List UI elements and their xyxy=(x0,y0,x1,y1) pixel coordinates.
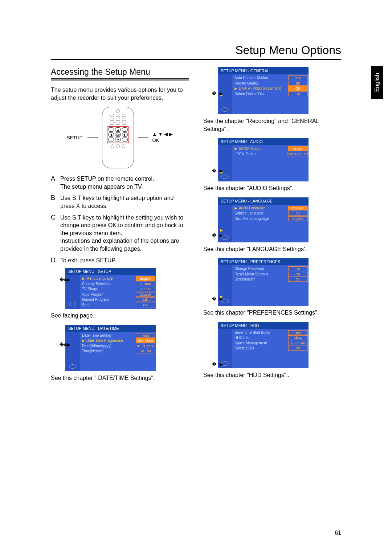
right-column: SETUP MENU - GENERAL �ılı▶ ▶ Auto Chapte… xyxy=(203,67,341,387)
pointer-icon: �ılı▶ xyxy=(212,91,223,96)
menu-row-value: Off xyxy=(288,211,308,216)
select-arrow-icon: ▶ xyxy=(234,86,237,90)
menu-row: LPCM OutputLPCM 96Hz xyxy=(234,152,308,156)
menu-row-value: OK xyxy=(288,272,308,276)
disc-icon xyxy=(69,302,76,306)
pointer-icon: �ılı▶ xyxy=(212,168,223,173)
pointer-icon: �ılı▶ xyxy=(60,277,70,282)
menu-row-label: Screensaver xyxy=(234,277,288,281)
caption: See this chapter "PREFERENCES Settings". xyxy=(203,309,341,317)
menu-row-value: Edit xyxy=(136,297,155,302)
menu-row-label: Delete Optical Disc xyxy=(234,92,288,96)
remote-control-icon: ▲ ◀OK▶ ▼ xyxy=(102,107,134,168)
menu-row-label: Space Management xyxy=(234,341,288,345)
menu-row-value: OK xyxy=(288,86,308,91)
pointer-icon: �ılı▶ xyxy=(212,296,223,302)
section-heading: Accessing the Setup Menu xyxy=(51,67,189,77)
menu-row: Auto Chapter Marker5min. xyxy=(234,75,308,80)
menu-row-label: LPCM Output xyxy=(234,152,287,156)
menu-row-value: SP xyxy=(288,81,308,86)
crop-mark xyxy=(30,435,30,443)
menu-row-value: 001 Ch00 xyxy=(136,338,155,343)
select-arrow-icon: ▶ xyxy=(82,276,85,280)
instruction-step: BUse S T keys to highlight a setup optio… xyxy=(51,194,189,210)
step-letter: C xyxy=(51,214,60,253)
menu-row: Delete HDDOK xyxy=(234,346,308,351)
step-letter: A xyxy=(51,175,60,191)
menu-row-label: Reset Menu Settings xyxy=(234,272,288,276)
heading-rule xyxy=(51,78,189,81)
menu-row: TV Shape4:3 LB xyxy=(82,287,155,291)
instruction-step: CUse S T keys to highlight the setting y… xyxy=(51,214,189,253)
menu-row: Date(dd/mm/yyyy)01 01 2006 xyxy=(82,344,155,348)
crop-mark xyxy=(22,22,29,22)
callout-line xyxy=(87,138,98,138)
step-letter: D xyxy=(51,257,60,265)
step-text: Use S T keys to highlight a setup option… xyxy=(60,194,189,210)
menu-row: ▶DivX(R) Video on DemandOK xyxy=(234,86,308,91)
menu-row: Time(hh:mm)10 : 33 xyxy=(82,349,155,353)
menu-row-label: SPDIF Output xyxy=(239,147,288,151)
menu-row-value: Austria xyxy=(136,282,155,286)
menu-row: Country SelectionAustria xyxy=(82,282,155,286)
menu-row-label: Auto Program xyxy=(82,292,136,296)
menu-row: Auto ProgramSearch xyxy=(82,292,155,297)
menu-row: SortOK xyxy=(82,303,155,307)
menu-row: Disc Menu LanguageEnglish xyxy=(234,216,308,221)
disc-icon xyxy=(221,107,229,112)
menu-row: Space ManagementAutomatic xyxy=(234,341,308,345)
menu-setup: SETUP MENU - SETUP �ılı▶ ▶Menu LanguageE… xyxy=(65,268,156,309)
pointer-icon: �ılı▶ xyxy=(212,362,223,367)
menu-title: SETUP MENU - AUDIO xyxy=(218,138,309,145)
menu-row-label: Date-Time Programme xyxy=(86,339,136,343)
menu-row-value: OK xyxy=(288,91,308,96)
menu-row-label: Change Password xyxy=(234,267,288,271)
menu-title: SETUP MENU - SETUP xyxy=(65,268,156,275)
menu-preferences: SETUP MENU - PREFERENCES �ılı▶ ▶ Change … xyxy=(218,258,309,306)
menu-row: Manual ProgramEdit xyxy=(82,297,155,302)
remote-setup-label: SETUP xyxy=(67,135,82,140)
menu-row: Change PasswordOK xyxy=(234,266,308,271)
caption: See this chapter "HDD Settings".. xyxy=(203,371,341,379)
menu-row-value: OK xyxy=(288,266,308,271)
menu-row-value: OK xyxy=(288,346,308,351)
menu-row-value: LPCM 96Hz xyxy=(287,152,308,156)
step-text: Press SETUP on the remote control. The s… xyxy=(60,175,154,191)
menu-row-label: Auto Chapter Marker xyxy=(234,76,288,80)
arrow-icon: ▶ xyxy=(218,228,232,233)
crop-mark xyxy=(30,15,30,22)
menu-row: ▶Menu LanguageEnglish xyxy=(82,276,155,281)
menu-row-value: English xyxy=(288,216,308,221)
disc-icon xyxy=(221,175,229,179)
menu-row-value: OK xyxy=(136,303,155,307)
menu-row-value: Auto xyxy=(136,333,155,338)
menu-row-label: Date(dd/mm/yyyy) xyxy=(82,344,136,348)
page-title: Setup Menu Options xyxy=(51,44,341,60)
caption: See this chapter " DATE/TIME Settings". xyxy=(51,374,189,382)
step-text: Use S T keys to highlight the setting yo… xyxy=(60,214,189,253)
instruction-step: DTo exit, press SETUP. xyxy=(51,257,189,265)
menu-row-label: HDD Info xyxy=(234,336,288,340)
select-arrow-icon: ▶ xyxy=(234,147,237,151)
menu-row: Subtitle LanguageOff xyxy=(234,211,308,216)
caption: See facing page. xyxy=(51,312,189,320)
menu-row: HDD InfoShow xyxy=(234,335,308,340)
menu-row: ▶Date-Time Programme001 Ch00 xyxy=(82,338,155,343)
menu-row: Reset Menu SettingsOK xyxy=(234,272,308,276)
menu-title: SETUP MENU - GENERAL xyxy=(218,67,309,74)
menu-language: SETUP MENU - LANGUAGE �ılı▶ ▶ ▶Audio Lan… xyxy=(218,197,309,242)
menu-row-value: Search xyxy=(136,292,155,297)
menu-row-label: Menu Language xyxy=(86,276,136,280)
menu-row-value: 01 01 2006 xyxy=(136,344,155,348)
menu-row-label: Delete HDD xyxy=(234,346,288,350)
menu-row-value: RAW xyxy=(288,146,308,151)
menu-row: Date-Time SettingAuto xyxy=(82,333,155,338)
menu-row-label: TV Shape xyxy=(82,287,136,291)
callout-line xyxy=(138,138,148,138)
caption: See this chapter "LANGUAGE Settings'. xyxy=(203,245,341,253)
menu-row: ▶SPDIF OutputRAW xyxy=(234,146,308,151)
menu-general: SETUP MENU - GENERAL �ılı▶ ▶ Auto Chapte… xyxy=(218,67,309,114)
menu-row-value: English xyxy=(288,206,308,210)
menu-row-label: Save Time Shift Buffer xyxy=(234,331,288,335)
menu-row-value: 4:3 LB xyxy=(136,287,155,291)
